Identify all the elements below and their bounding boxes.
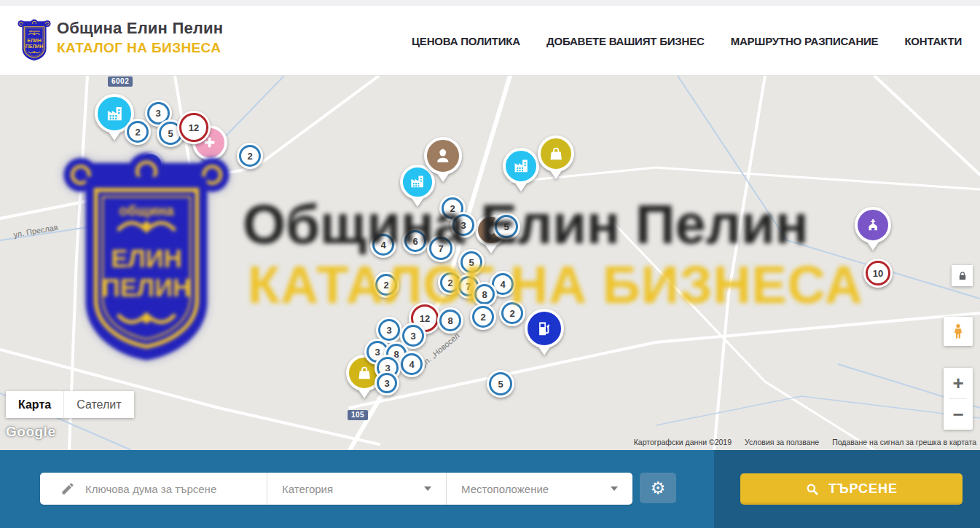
site-subtitle: КАТАЛОГ НА БИЗНЕСА	[57, 40, 223, 56]
cluster-ring: 10	[866, 261, 890, 285]
map-cluster-marker[interactable]: 2	[125, 119, 151, 145]
map-cluster-marker[interactable]: 2	[373, 272, 399, 298]
chevron-down-icon	[424, 486, 431, 491]
cluster-count: 2	[480, 312, 485, 323]
map-canvas[interactable]: 325122235467522748128223338433510 600210…	[0, 76, 980, 450]
main-nav: ЦЕНОВА ПОЛИТИКАДОБАВЕТЕ ВАШИЯТ БИЗНЕСМАР…	[412, 6, 962, 76]
cluster-ring: 3	[452, 214, 474, 236]
map-cluster-marker[interactable]: 5	[487, 370, 514, 398]
pegman-icon	[949, 323, 967, 340]
nav-item-0[interactable]: ЦЕНОВА ПОЛИТИКА	[412, 35, 520, 47]
search-bar: Категория Местоположение	[40, 473, 632, 505]
street-view-pegman-button[interactable]	[944, 317, 973, 346]
page: община ЕЛИН ПЕЛИН Община Елин Пелин КАТА…	[0, 0, 980, 528]
map-pin-fuel[interactable]	[525, 309, 564, 358]
map-pin-worker[interactable]	[424, 137, 462, 185]
road-number-label: 6002	[108, 76, 133, 87]
cluster-count: 4	[500, 279, 505, 290]
cluster-count: 3	[375, 347, 380, 358]
search-panel: Категория Местоположение ⚙ ТЪРСЕНЕ	[0, 450, 980, 528]
cluster-ring: 8	[474, 284, 495, 304]
cluster-count: 2	[509, 308, 514, 319]
cluster-count: 3	[386, 325, 391, 336]
cluster-count: 2	[450, 203, 455, 214]
category-select[interactable]: Категория	[267, 473, 446, 505]
map-cluster-marker[interactable]: 3	[450, 212, 477, 238]
cluster-ring: 2	[472, 306, 494, 328]
location-select[interactable]: Местоположение	[447, 473, 632, 505]
search-settings-button[interactable]: ⚙	[640, 473, 676, 503]
nav-item-3[interactable]: КОНТАКТИ	[904, 35, 962, 47]
lock-button[interactable]	[952, 265, 973, 286]
cluster-count: 2	[447, 277, 452, 288]
search-button[interactable]: ТЪРСЕНЕ	[740, 473, 963, 505]
cluster-ring: 4	[372, 234, 394, 256]
cluster-ring: 2	[239, 145, 261, 167]
cluster-count: 12	[189, 122, 199, 133]
attribution-item-1[interactable]: Условия за ползване	[745, 438, 819, 446]
zoom-control: + −	[944, 368, 973, 430]
cluster-ring: 3	[378, 319, 400, 341]
map-cluster-marker[interactable]: 7	[427, 235, 455, 262]
road-number-label: 105	[348, 410, 368, 420]
attribution-item-2[interactable]: Подаване на сигнал за грешка в картата	[832, 438, 976, 446]
map-cluster-marker[interactable]: 5	[493, 213, 520, 240]
map-cluster-marker[interactable]: 6	[402, 228, 428, 254]
svg-text:ПЕЛИН: ПЕЛИН	[26, 44, 43, 49]
map-type-satellite-button[interactable]: Сателит	[63, 391, 133, 418]
nav-item-1[interactable]: ДОБАВЕТЕ ВАШИЯТ БИЗНЕС	[546, 35, 705, 47]
site-title: Община Елин Пелин	[57, 19, 223, 38]
map-pin-shopping-bag[interactable]	[538, 135, 574, 182]
map-pin-church[interactable]	[855, 207, 891, 253]
factory-icon	[503, 148, 539, 184]
municipality-logo[interactable]: община ЕЛИН ПЕЛИН	[17, 15, 51, 67]
top-strip	[0, 0, 980, 6]
church-icon	[855, 207, 891, 243]
cluster-count: 7	[466, 281, 471, 292]
nav-item-2[interactable]: МАРШРУТНО РАЗПИСАНИЕ	[731, 35, 879, 47]
cluster-ring: 4	[401, 353, 423, 375]
keyword-segment	[40, 473, 267, 505]
worker-icon	[424, 137, 462, 175]
cluster-count: 2	[247, 151, 252, 162]
map-cluster-marker[interactable]: 2	[237, 143, 263, 169]
shopping-bag-icon	[538, 135, 574, 172]
fuel-icon	[525, 309, 564, 348]
cluster-count: 3	[384, 378, 389, 389]
map-cluster-marker[interactable]	[138, 152, 163, 177]
map-type-map-button[interactable]: Карта	[6, 391, 63, 418]
zoom-out-button[interactable]: −	[944, 399, 973, 430]
map-cluster-marker[interactable]: 5	[458, 249, 485, 275]
map-cluster-marker[interactable]: 12	[177, 111, 211, 144]
map-pin-factory[interactable]	[503, 148, 539, 194]
map-cluster-marker[interactable]: 8	[437, 307, 463, 334]
cluster-ring	[141, 154, 161, 175]
map-cluster-marker[interactable]: 2	[499, 300, 525, 326]
category-select-label: Категория	[282, 483, 333, 495]
cluster-count: 2	[383, 280, 388, 291]
cluster-count: 5	[498, 379, 503, 390]
cluster-count: 8	[447, 315, 452, 326]
map-cluster-marker[interactable]: 3	[375, 371, 399, 395]
keyword-search-input[interactable]	[85, 483, 246, 495]
cluster-ring: 7	[429, 237, 452, 260]
location-select-label: Местоположение	[461, 483, 549, 495]
gear-icon: ⚙	[651, 480, 666, 497]
google-logo[interactable]: Google	[6, 424, 55, 440]
cluster-ring: 12	[179, 113, 208, 142]
zoom-in-button[interactable]: +	[944, 368, 973, 398]
cluster-count: 7	[438, 243, 443, 254]
cluster-count: 3	[155, 108, 160, 119]
map-cluster-marker[interactable]: 10	[863, 259, 893, 288]
map-cluster-marker[interactable]: 4	[399, 351, 425, 377]
cluster-ring: 5	[489, 372, 512, 395]
map-cluster-marker[interactable]: 2	[470, 304, 496, 330]
cluster-count: 8	[482, 289, 487, 300]
cluster-count: 3	[460, 220, 466, 231]
map-cluster-marker[interactable]: 4	[370, 232, 396, 258]
map-cluster-marker[interactable]: 8	[472, 282, 497, 307]
pencil-icon	[60, 481, 75, 496]
cluster-ring: 2	[375, 274, 397, 296]
cluster-count: 12	[420, 313, 430, 324]
cluster-ring: 6	[404, 230, 426, 252]
